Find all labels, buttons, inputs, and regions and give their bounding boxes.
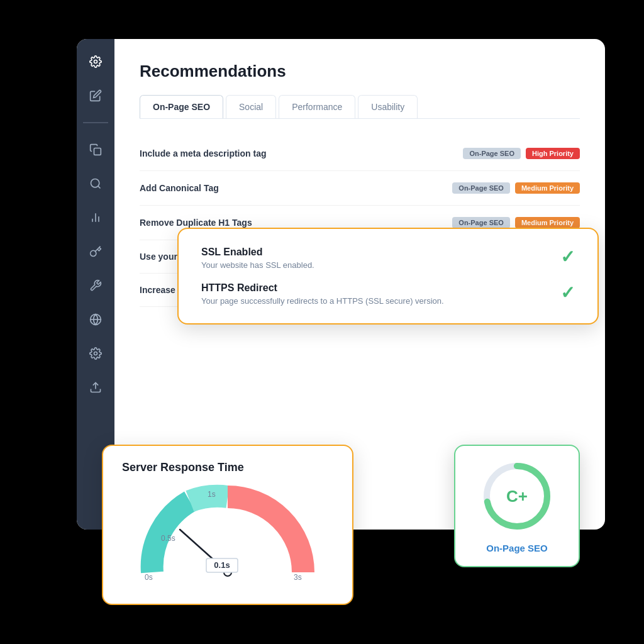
svg-point-9: [94, 352, 97, 355]
rec-row-0: Include a meta description tag On-Page S…: [140, 136, 580, 171]
app-container: Recommendations On-Page SEO Social Perfo…: [39, 39, 605, 605]
score-card: C+ On-Page SEO: [454, 445, 580, 567]
badge-seo-1: On-Page SEO: [452, 182, 510, 194]
ssl-check-1: ✓: [560, 282, 575, 303]
svg-point-0: [94, 60, 97, 64]
sidebar-divider: [83, 122, 108, 123]
sidebar-icon-settings[interactable]: [86, 52, 106, 72]
ssl-card: SSL Enabled Your website has SSL enabled…: [177, 228, 599, 325]
gauge-label-1s: 1s: [208, 490, 216, 499]
gauge-svg: 0s 0.5s 1s 3s 0.1s: [133, 484, 322, 585]
tab-social[interactable]: Social: [226, 95, 276, 118]
sidebar-icon-tool[interactable]: [86, 275, 106, 296]
rec-label-1: Add Canonical Tag: [140, 183, 219, 193]
ssl-title-0: SSL Enabled: [201, 247, 314, 258]
svg-rect-1: [94, 148, 101, 155]
gauge-value: 0.1s: [214, 560, 230, 570]
ssl-item-1: HTTPS Redirect Your page successfully re…: [201, 282, 575, 306]
sidebar-icon-copy[interactable]: [86, 140, 106, 160]
rec-badges-2: On-Page SEO Medium Priority: [452, 217, 580, 228]
score-circle: C+: [479, 458, 555, 534]
gauge-label-0s: 0s: [145, 573, 153, 582]
tab-on-page-seo[interactable]: On-Page SEO: [140, 95, 223, 118]
sidebar-icon-key[interactable]: [86, 242, 106, 262]
page-title: Recommendations: [140, 62, 580, 81]
ssl-desc-1: Your page successfully redirects to a HT…: [201, 296, 444, 306]
server-card: Server Response Time 0s 0.5s 1s 3s: [102, 445, 353, 605]
svg-point-2: [91, 179, 99, 187]
ssl-item-0: SSL Enabled Your website has SSL enabled…: [201, 247, 575, 270]
badge-priority-2: Medium Priority: [515, 217, 580, 228]
sidebar-icon-search[interactable]: [86, 174, 106, 194]
tab-usability[interactable]: Usability: [358, 95, 418, 118]
ssl-desc-0: Your website has SSL enabled.: [201, 260, 314, 270]
badge-seo-0: On-Page SEO: [463, 148, 521, 159]
rec-row-1: Add Canonical Tag On-Page SEO Medium Pri…: [140, 171, 580, 206]
sidebar-icon-settings2[interactable]: [86, 343, 106, 364]
server-title: Server Response Time: [122, 461, 333, 474]
sidebar-icon-edit[interactable]: [86, 86, 106, 106]
rec-badges-0: On-Page SEO High Priority: [463, 148, 580, 159]
gauge-label-0.5s: 0.5s: [161, 534, 175, 543]
ssl-text-0: SSL Enabled Your website has SSL enabled…: [201, 247, 314, 270]
score-grade: C+: [506, 487, 528, 506]
ssl-check-0: ✓: [560, 247, 575, 267]
ssl-text-1: HTTPS Redirect Your page successfully re…: [201, 282, 444, 306]
rec-badges-1: On-Page SEO Medium Priority: [452, 182, 580, 194]
badge-priority-1: Medium Priority: [515, 182, 580, 194]
sidebar-icon-globe[interactable]: [86, 309, 106, 330]
gauge-container: 0s 0.5s 1s 3s 0.1s: [133, 484, 322, 585]
tab-performance[interactable]: Performance: [279, 95, 355, 118]
score-category: On-Page SEO: [486, 543, 548, 553]
tabs-container: On-Page SEO Social Performance Usability: [140, 95, 580, 119]
badge-priority-0: High Priority: [526, 148, 580, 159]
gauge-label-3s: 3s: [294, 573, 302, 582]
rec-label-2: Remove Duplicate H1 Tags: [140, 218, 252, 228]
ssl-title-1: HTTPS Redirect: [201, 282, 444, 294]
badge-seo-2: On-Page SEO: [452, 217, 510, 228]
sidebar-icon-chart[interactable]: [86, 208, 106, 228]
sidebar-icon-upload[interactable]: [86, 377, 106, 397]
rec-label-0: Include a meta description tag: [140, 148, 267, 158]
svg-line-3: [98, 186, 101, 189]
